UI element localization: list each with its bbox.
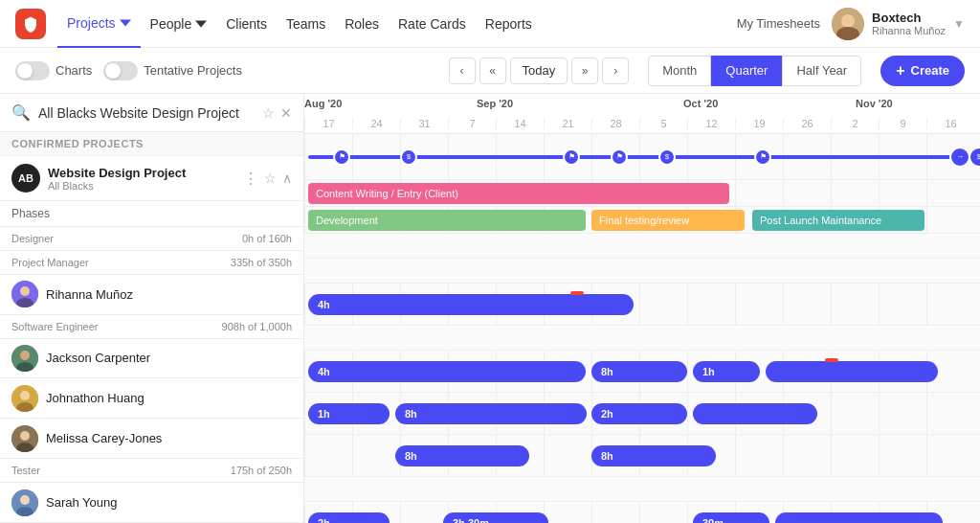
charts-toggle[interactable] — [15, 61, 50, 80]
jackson-overrun-indicator — [825, 358, 838, 362]
sarah-avatar — [11, 489, 38, 516]
date-7: 7 — [448, 118, 496, 129]
melissa-gantt-row: 8h 8h — [304, 435, 980, 477]
tester-gantt-row — [304, 477, 980, 502]
final-testing-label: Final testing/review — [599, 215, 689, 226]
sarah-bar1: 2h — [308, 512, 390, 523]
melissa-name: Melissa Carey-Jones — [46, 431, 292, 445]
charts-toggle-knob — [17, 63, 33, 79]
nav-reports[interactable]: Reports — [476, 0, 542, 48]
confirmed-projects-label: Confirmed Projects — [0, 132, 303, 156]
phases-label: Phases — [11, 207, 50, 220]
nav-teams[interactable]: Teams — [277, 0, 335, 48]
jackson-name: Jackson Carpenter — [46, 351, 292, 365]
svg-point-7 — [20, 351, 30, 360]
month-nov: Nov '20 — [856, 98, 893, 109]
person-sarah-row: Sarah Young — [0, 483, 303, 523]
month-aug: Aug '20 — [304, 98, 342, 109]
svg-point-16 — [20, 495, 30, 505]
project-info: Website Design Project All Blacks — [48, 166, 235, 192]
svg-point-13 — [20, 431, 30, 441]
user-dropdown-icon[interactable]: ▼ — [953, 17, 965, 31]
timeline-header: Aug '20 Sep '20 Oct '20 Nov '20 17 24 31… — [304, 94, 980, 134]
period-month-button[interactable]: Month — [648, 56, 711, 86]
project-gantt-row: ⚑ $ ⚑ ⚑ $ ⚑ → $ — [304, 134, 980, 180]
period-quarter-button[interactable]: Quarter — [711, 56, 782, 86]
tentative-label: Tentative Projects — [144, 63, 242, 78]
rihanna-name: Rihanna Muñoz — [46, 287, 292, 302]
prev-single-button[interactable]: ‹ — [449, 57, 476, 84]
person-melissa-row: Melissa Carey-Jones — [0, 419, 303, 459]
svg-point-4 — [20, 286, 30, 296]
milestone-end: → — [949, 147, 970, 168]
today-button[interactable]: Today — [510, 57, 568, 84]
app-logo[interactable] — [15, 9, 46, 39]
close-button[interactable]: ✕ — [280, 105, 292, 121]
nav-rate-cards[interactable]: Rate Cards — [389, 0, 476, 48]
create-button[interactable]: + Create — [880, 56, 965, 86]
project-name: Website Design Project — [48, 166, 235, 180]
date-21: 21 — [544, 118, 591, 129]
johnathon-bar1: 1h — [308, 403, 390, 424]
gantt-container: 🔍 All Blacks Website Design Project ☆ ✕ … — [0, 94, 980, 523]
nav-projects[interactable]: Projects — [57, 0, 141, 48]
milestone-flag-4: ⚑ — [754, 148, 771, 166]
dev-phases-gantt-row: Development Final testing/review Post La… — [304, 207, 980, 234]
nav-roles[interactable]: Roles — [335, 0, 389, 48]
date-2: 2 — [831, 118, 879, 129]
gantt-body: ⚑ $ ⚑ ⚑ $ ⚑ → $ Content Writing / Entry … — [304, 134, 980, 523]
role-designer-row: Designer 0h of 160h — [0, 227, 303, 251]
date-columns: Aug '20 Sep '20 Oct '20 Nov '20 17 24 31… — [304, 94, 980, 133]
search-bar: 🔍 All Blacks Website Design Project ☆ ✕ — [0, 94, 303, 132]
project-row: AB Website Design Project All Blacks ⋮ ☆… — [0, 156, 303, 201]
search-query: All Blacks Website Design Project — [38, 105, 255, 121]
project-star-button[interactable]: ☆ — [264, 171, 277, 186]
period-halfyear-button[interactable]: Half Year — [782, 56, 861, 86]
search-icon: 🔍 — [11, 103, 31, 122]
tentative-toggle-knob — [105, 63, 121, 79]
month-oct: Oct '20 — [683, 98, 718, 109]
next-double-button[interactable]: » — [571, 57, 598, 84]
sarah-bar3: 30m — [693, 512, 769, 523]
johnathon-bar3: 2h — [591, 403, 687, 424]
star-button[interactable]: ☆ — [262, 105, 275, 121]
johnathon-bar4 — [693, 403, 817, 424]
post-launch-label: Post Launch Maintanance — [760, 215, 881, 226]
se-role-name: Software Engineer — [11, 321, 99, 332]
johnathon-bar2: 8h — [395, 403, 587, 424]
jackson-gantt-row: 4h 8h 1h — [304, 351, 980, 393]
johnathon-name: Johnathon Huang — [46, 391, 292, 405]
tester-role-hours: 175h of 250h — [231, 465, 292, 476]
milestone-flag-2: ⚑ — [563, 148, 580, 166]
period-buttons: Month Quarter Half Year — [648, 56, 861, 86]
post-launch-bar: Post Launch Maintanance — [752, 210, 924, 231]
left-panel: 🔍 All Blacks Website Design Project ☆ ✕ … — [0, 94, 304, 523]
person-jackson-row: Jackson Carpenter — [0, 339, 303, 379]
development-bar: Development — [308, 210, 586, 231]
milestone-dollar-end: $ — [969, 147, 980, 168]
prev-double-button[interactable]: « — [479, 57, 506, 84]
melissa-bar2: 8h — [591, 445, 716, 466]
user-area[interactable]: Boxtech Rihanna Muñoz ▼ — [832, 8, 965, 40]
date-28: 28 — [591, 118, 639, 129]
role-pm-row: Project Manager 335h of 350h — [0, 251, 303, 275]
project-menu-button[interactable]: ⋮ — [243, 170, 258, 188]
phases-row: Phases — [0, 201, 303, 227]
rihanna-bar-label: 4h — [318, 299, 330, 310]
date-5: 5 — [639, 118, 687, 129]
nav-people[interactable]: People — [141, 0, 217, 48]
tentative-toggle[interactable] — [103, 61, 138, 80]
date-12: 12 — [687, 118, 735, 129]
right-panel: Aug '20 Sep '20 Oct '20 Nov '20 17 24 31… — [304, 94, 980, 523]
nav-clients[interactable]: Clients — [216, 0, 277, 48]
my-timesheets-link[interactable]: My Timesheets — [737, 16, 820, 31]
next-single-button[interactable]: › — [602, 57, 629, 84]
jackson-avatar — [11, 345, 38, 372]
search-actions: ☆ ✕ — [262, 105, 292, 121]
project-avatar: AB — [11, 164, 40, 193]
jackson-bar3: 1h — [693, 361, 760, 382]
jackson-bar2: 8h — [591, 361, 687, 382]
charts-toggle-wrap: Charts — [15, 61, 92, 80]
date-26: 26 — [783, 118, 831, 129]
project-collapse-button[interactable]: ∧ — [282, 171, 292, 186]
